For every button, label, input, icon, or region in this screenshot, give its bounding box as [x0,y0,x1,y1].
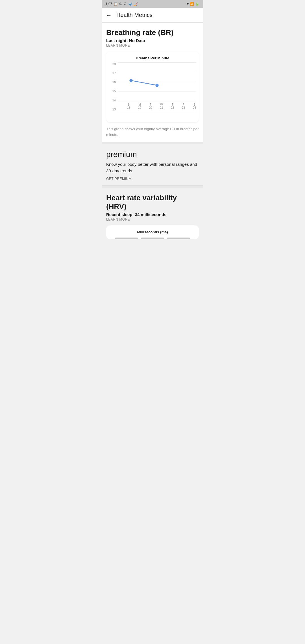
battery-icon: 🔋 [195,2,199,6]
breathing-rate-section: Breathing rate (BR) Last night: No Data … [102,23,203,142]
hrv-axis-ticks [109,238,196,239]
get-premium-button[interactable]: GET PREMIUM [106,177,199,181]
status-right: ▾ 📶 🔋 [187,2,199,6]
status-bar: 1:07 📋 ⑦ G 🤿 🏒 ▾ 📶 🔋 [102,0,203,8]
x-label-t22: T 22 [171,103,174,111]
x-label-s18: S 18 [127,103,130,111]
time-label: 1:07 [106,2,112,6]
premium-section: premium Know your body better with perso… [102,144,203,186]
br-x-labels: S 18 M 19 T 20 W 21 [127,103,196,111]
hrv-tick-3 [167,238,190,239]
hrv-tick-1 [115,238,138,239]
signal-icon: 📶 [190,2,194,6]
premium-title: premium [106,150,199,159]
svg-point-2 [155,84,158,87]
x-label-f23: F 23 [182,103,185,111]
y-label-18: 18 [109,62,117,66]
premium-description: Know your body better with personal rang… [106,161,199,174]
hrv-subtitle: Recent sleep: 34 milliseconds [106,212,199,217]
hrv-title: Heart rate variability (HRV) [106,193,199,211]
page-title: Health Metrics [116,12,152,18]
x-label-t20: T 20 [149,103,152,111]
x-label-m19: M 19 [138,103,141,111]
notification-icon: ⑦ [119,2,122,6]
svg-point-1 [129,79,132,82]
svg-line-0 [131,80,157,85]
br-chart-box: Breaths Per Minute 18 17 16 15 14 13 [106,51,199,122]
wifi-icon: ▾ [187,2,189,6]
br-title: Breathing rate (BR) [106,28,199,37]
br-learn-more[interactable]: LEARN MORE [106,43,199,47]
br-chart-area: 18 17 16 15 14 13 [109,62,196,119]
nav-bar: ← Health Metrics [102,8,203,23]
hrv-chart-title: Milliseconds (ms) [109,230,196,236]
nhl-icon: 🏒 [134,2,138,6]
x-label-s24: S 24 [193,103,196,111]
y-label-14: 14 [109,99,117,102]
br-y-labels: 18 17 16 15 14 13 [109,62,117,111]
y-label-13: 13 [109,108,117,111]
y-label-16: 16 [109,80,117,84]
y-label-15: 15 [109,90,117,93]
br-chart-title: Breaths Per Minute [109,56,196,60]
hrv-tick-2 [141,238,164,239]
hrv-section: Heart rate variability (HRV) Recent slee… [102,188,203,239]
hrv-learn-more[interactable]: LEARN MORE [106,217,199,221]
sim-icon: 📋 [114,2,118,6]
hrv-chart-box: Milliseconds (ms) [106,225,199,239]
divider-1 [102,142,203,144]
back-button[interactable]: ← [106,12,112,19]
status-left: 1:07 📋 ⑦ G 🤿 🏒 [106,2,138,6]
user-icon: 🤿 [128,2,132,6]
divider-2 [102,186,203,188]
br-description: This graph shows your nightly average BR… [106,126,199,137]
x-label-w21: W 21 [160,103,163,111]
y-label-17: 17 [109,71,117,75]
google-icon: G [124,2,126,6]
br-chart-inner: S 18 M 19 T 20 W 21 [118,62,196,111]
br-subtitle: Last night: No Data [106,38,199,43]
